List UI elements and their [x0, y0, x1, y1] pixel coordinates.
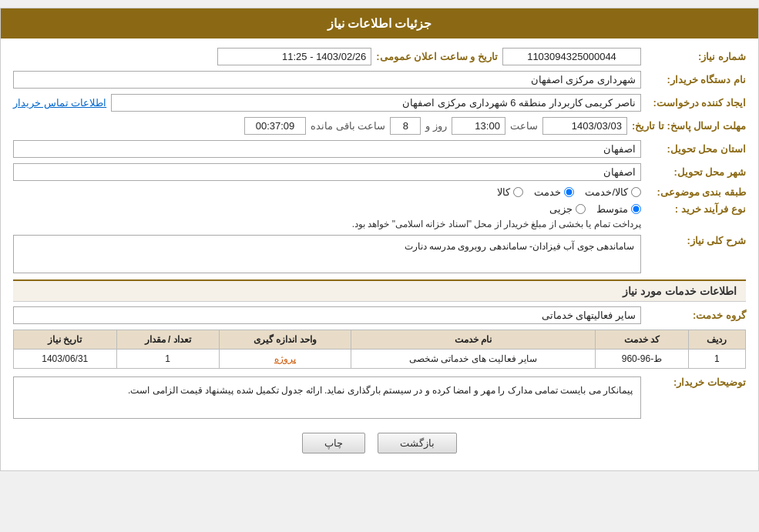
city-label: شهر محل تحویل: — [646, 166, 746, 178]
process-partial-label: جزیی — [549, 203, 573, 215]
table-cell: پروژه — [219, 350, 351, 369]
services-table: ردیف کد خدمت نام خدمت واحد اندازه گیری ت… — [13, 330, 746, 369]
description-value: ساماندهی جوی آب فیزادان- ساماندهی روبروی… — [13, 235, 641, 273]
category-goods-radio[interactable] — [513, 187, 523, 197]
buyer-org-label: نام دستگاه خریدار: — [646, 74, 746, 85]
table-row: 1ط-96-960سایر فعالیت های خدماتی شخصیپروژ… — [14, 350, 746, 369]
services-section-title: اطلاعات خدمات مورد نیاز — [13, 279, 746, 302]
table-cell: سایر فعالیت های خدماتی شخصی — [351, 350, 596, 369]
page-title: جزئیات اطلاعات نیاز — [1, 8, 758, 38]
reply-remaining-label: ساعت باقی مانده — [311, 120, 385, 132]
contact-link[interactable]: اطلاعات تماس خریدار — [13, 97, 106, 109]
buyer-org-value: شهرداری مرکزی اصفهان — [13, 71, 641, 89]
back-button[interactable]: بازگشت — [378, 433, 457, 453]
col-qty: تعداد / مقدار — [116, 330, 219, 350]
category-goods-service-option[interactable]: کالا/خدمت — [585, 186, 641, 198]
created-by-value: ناصر کریمی کاربردار منطقه 6 شهرداری مرکز… — [111, 94, 641, 112]
button-row: بازگشت چاپ — [13, 433, 746, 453]
process-partial-radio[interactable] — [576, 204, 586, 214]
col-name: نام خدمت — [351, 330, 596, 350]
need-number-label: شماره نیاز: — [646, 51, 746, 62]
announce-label: تاریخ و ساعت اعلان عمومی: — [376, 51, 498, 62]
reply-day-label: روز و — [425, 120, 447, 132]
need-number-value: 1103094325000044 — [502, 48, 641, 65]
category-label: طبقه بندی موضوعی: — [646, 186, 746, 198]
process-label: نوع فرآیند خرید : — [646, 203, 746, 215]
category-service-label: خدمت — [534, 186, 561, 198]
print-button[interactable]: چاپ — [302, 433, 365, 453]
service-group-value: سایر فعالیتهای خدماتی — [13, 306, 641, 324]
announce-value: 1403/02/26 - 11:25 — [217, 48, 371, 65]
service-group-label: گروه خدمت: — [646, 309, 746, 321]
process-medium-option[interactable]: متوسط — [596, 203, 641, 215]
category-goods-option[interactable]: کالا — [497, 186, 523, 198]
description-label: شرح کلی نیاز: — [646, 235, 746, 246]
category-radio-group: کالا/خدمت خدمت کالا — [497, 186, 641, 198]
col-row: ردیف — [688, 330, 745, 350]
col-date: تاریخ نیاز — [14, 330, 117, 350]
category-service-option[interactable]: خدمت — [534, 186, 574, 198]
reply-days: 8 — [390, 117, 421, 135]
table-cell: 1403/06/31 — [14, 350, 117, 369]
category-goods-label: کالا — [497, 186, 510, 198]
process-partial-option[interactable]: جزیی — [549, 203, 586, 215]
category-service-radio[interactable] — [564, 187, 574, 197]
process-medium-radio[interactable] — [631, 204, 641, 214]
process-text: پرداخت تمام یا بخشی از مبلغ خریدار از مح… — [13, 219, 641, 229]
buyer-notes-value: پیمانکار می بایست تمامی مدارک را مهر و ا… — [13, 376, 641, 419]
process-medium-label: متوسط — [596, 203, 628, 215]
reply-date: 1403/03/03 — [542, 117, 627, 135]
category-goods-service-radio[interactable] — [631, 187, 641, 197]
created-by-label: ایجاد کننده درخواست: — [646, 97, 746, 109]
table-cell: 1 — [116, 350, 219, 369]
reply-remaining: 00:37:09 — [244, 117, 306, 135]
table-cell: ط-96-960 — [596, 350, 688, 369]
province-value: اصفهان — [13, 140, 641, 158]
city-value: اصفهان — [13, 163, 641, 181]
reply-time-label: ساعت — [510, 120, 538, 132]
table-cell: 1 — [688, 350, 745, 369]
col-unit: واحد اندازه گیری — [219, 330, 351, 350]
buyer-notes-label: توضیحات خریدار: — [646, 376, 746, 388]
reply-time: 13:00 — [452, 117, 505, 135]
category-goods-service-label: کالا/خدمت — [585, 186, 628, 198]
reply-deadline-label: مهلت ارسال پاسخ: تا تاریخ: — [632, 120, 746, 132]
col-code: کد خدمت — [596, 330, 688, 350]
province-label: استان محل تحویل: — [646, 143, 746, 155]
